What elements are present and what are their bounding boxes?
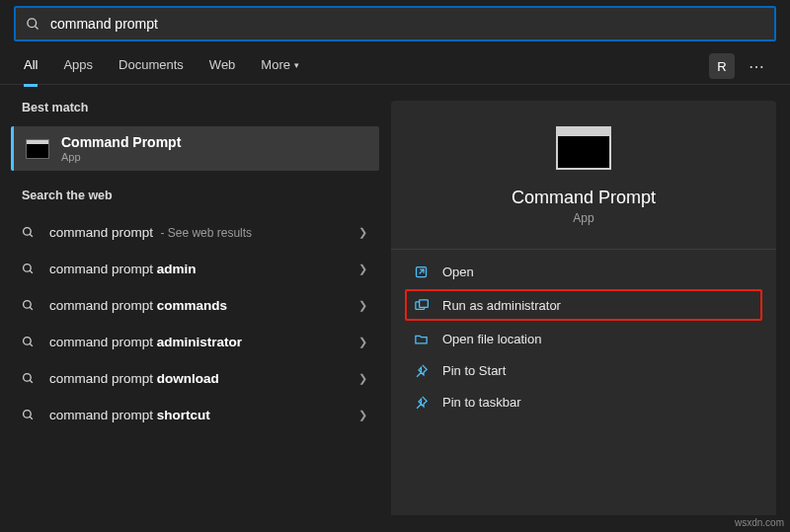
search-icon bbox=[22, 336, 36, 348]
preview-subtitle: App bbox=[573, 211, 593, 225]
search-box[interactable] bbox=[14, 6, 776, 41]
overflow-menu-button[interactable]: ⋯ bbox=[749, 57, 766, 76]
panel-divider bbox=[391, 249, 776, 250]
pin-to-taskbar-action[interactable]: Pin to taskbar bbox=[409, 386, 758, 418]
search-icon bbox=[22, 299, 36, 312]
open-label: Open bbox=[442, 265, 474, 279]
web-result-text: command prompt - See web results bbox=[49, 225, 351, 240]
chevron-right-icon: ❯ bbox=[358, 372, 367, 385]
results-column: Best match Command Prompt App Search the… bbox=[14, 101, 379, 515]
pin-icon bbox=[413, 394, 429, 410]
web-results-list: command prompt - See web results ❯ comma… bbox=[14, 214, 379, 433]
chevron-right-icon: ❯ bbox=[358, 336, 367, 348]
svg-point-2 bbox=[24, 228, 32, 236]
open-action[interactable]: Open bbox=[409, 256, 758, 287]
command-prompt-icon bbox=[26, 139, 49, 159]
search-icon bbox=[22, 409, 36, 421]
pin-to-taskbar-label: Pin to taskbar bbox=[442, 395, 521, 410]
run-as-admin-action[interactable]: Run as administrator bbox=[405, 289, 762, 321]
tab-documents[interactable]: Documents bbox=[118, 57, 184, 84]
best-match-result[interactable]: Command Prompt App bbox=[11, 126, 379, 171]
watermark: wsxdn.com bbox=[735, 517, 784, 528]
web-result-text: command prompt administrator bbox=[49, 335, 351, 349]
svg-line-9 bbox=[30, 343, 33, 346]
pin-to-start-action[interactable]: Pin to Start bbox=[409, 354, 758, 386]
chevron-right-icon: ❯ bbox=[358, 299, 367, 312]
web-result[interactable]: command prompt commands ❯ bbox=[14, 287, 379, 324]
filter-tabs: All Apps Documents Web More ▾ R ⋯ bbox=[0, 41, 790, 84]
action-list: Open Run as administrator Open file loca… bbox=[409, 256, 758, 418]
web-result-text: command prompt download bbox=[49, 371, 351, 386]
preview-panel: Command Prompt App Open Run as administr… bbox=[391, 101, 776, 515]
tab-more[interactable]: More ▾ bbox=[261, 57, 299, 84]
web-result-text: command prompt shortcut bbox=[49, 408, 351, 422]
tab-more-label: More bbox=[261, 57, 290, 72]
web-result[interactable]: command prompt admin ❯ bbox=[14, 251, 379, 287]
web-result-text: command prompt admin bbox=[49, 262, 351, 276]
chevron-right-icon: ❯ bbox=[358, 226, 367, 239]
svg-line-7 bbox=[30, 307, 33, 310]
svg-point-10 bbox=[24, 374, 32, 382]
svg-point-8 bbox=[24, 338, 32, 345]
web-result[interactable]: command prompt - See web results ❯ bbox=[14, 214, 379, 251]
best-match-title: Command Prompt bbox=[61, 134, 181, 150]
svg-line-13 bbox=[30, 417, 33, 419]
svg-line-1 bbox=[35, 26, 38, 29]
tab-apps[interactable]: Apps bbox=[63, 57, 93, 84]
open-icon bbox=[413, 264, 429, 279]
pin-icon bbox=[413, 362, 429, 378]
open-file-location-action[interactable]: Open file location bbox=[409, 323, 758, 354]
open-file-location-label: Open file location bbox=[442, 332, 541, 346]
chevron-right-icon: ❯ bbox=[358, 263, 367, 275]
svg-line-5 bbox=[30, 270, 33, 273]
best-match-subtitle: App bbox=[61, 151, 181, 163]
svg-point-6 bbox=[24, 301, 32, 309]
svg-point-12 bbox=[24, 411, 32, 418]
svg-point-0 bbox=[28, 18, 37, 27]
search-icon bbox=[22, 263, 36, 275]
svg-line-3 bbox=[30, 234, 33, 237]
tab-all[interactable]: All bbox=[24, 57, 38, 87]
web-result[interactable]: command prompt download ❯ bbox=[14, 360, 379, 397]
best-match-label: Best match bbox=[22, 101, 379, 114]
search-icon bbox=[22, 372, 36, 385]
command-prompt-icon bbox=[556, 126, 611, 170]
search-input[interactable] bbox=[50, 8, 764, 39]
chevron-down-icon: ▾ bbox=[294, 60, 299, 70]
search-icon bbox=[26, 17, 40, 32]
svg-line-11 bbox=[30, 380, 33, 383]
web-result[interactable]: command prompt administrator ❯ bbox=[14, 324, 379, 360]
web-result-text: command prompt commands bbox=[49, 298, 351, 313]
run-as-admin-label: Run as administrator bbox=[442, 298, 561, 313]
folder-icon bbox=[413, 331, 429, 346]
search-icon bbox=[22, 226, 36, 239]
preview-title: Command Prompt bbox=[512, 188, 656, 208]
admin-shield-icon bbox=[413, 297, 429, 313]
svg-line-15 bbox=[419, 269, 423, 273]
search-web-label: Search the web bbox=[22, 189, 379, 202]
chevron-right-icon: ❯ bbox=[358, 409, 367, 421]
pin-to-start-label: Pin to Start bbox=[442, 363, 506, 378]
svg-rect-17 bbox=[419, 299, 428, 307]
web-result[interactable]: command prompt shortcut ❯ bbox=[14, 397, 379, 433]
svg-point-4 bbox=[24, 265, 32, 272]
tab-web[interactable]: Web bbox=[209, 57, 236, 84]
user-avatar[interactable]: R bbox=[709, 53, 735, 79]
